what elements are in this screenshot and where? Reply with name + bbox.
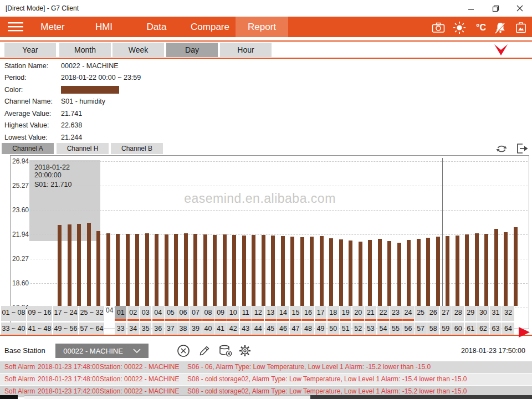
channel-group-button[interactable]: 25 ~ 32: [79, 306, 104, 321]
channel-button-32[interactable]: 32: [502, 306, 514, 321]
base-station-dropdown[interactable]: 00022 - MACHINE: [55, 344, 149, 358]
channel-button-12[interactable]: 12: [252, 306, 264, 321]
channel-button-26[interactable]: 26: [427, 306, 439, 321]
channel-button-09[interactable]: 09: [214, 306, 226, 321]
channel-button-57[interactable]: 57: [415, 323, 426, 335]
channel-button-37[interactable]: 37: [165, 323, 176, 335]
channel-button-31[interactable]: 31: [490, 306, 502, 321]
channel-button-06[interactable]: 06: [177, 306, 189, 321]
maximize-button[interactable]: [483, 0, 508, 17]
channel-button-20[interactable]: 20: [352, 306, 364, 321]
minimize-button[interactable]: [459, 0, 483, 17]
channel-button-43[interactable]: 43: [240, 323, 252, 335]
channel-button-19[interactable]: 19: [340, 306, 351, 321]
channel-button-11[interactable]: 11: [240, 306, 252, 321]
channel-button-15[interactable]: 15: [290, 306, 301, 321]
channel-button-34[interactable]: 34: [127, 323, 139, 335]
cancel-alarm-button[interactable]: [176, 344, 191, 358]
nav-item-hmi[interactable]: HMI: [83, 17, 125, 37]
channel-button-14[interactable]: 14: [277, 306, 289, 321]
alarm-row[interactable]: Soft Alarm2018-01-23 17:48:00Station: 00…: [0, 361, 532, 373]
channel-button-29[interactable]: 29: [465, 306, 477, 321]
channel-button-36[interactable]: 36: [152, 323, 164, 335]
channel-button-45[interactable]: 45: [265, 323, 277, 335]
channel-button-33[interactable]: 33: [115, 323, 126, 335]
channel-button-55[interactable]: 55: [390, 323, 401, 335]
channel-button-42[interactable]: 42: [227, 323, 239, 335]
channel-button-53[interactable]: 53: [365, 323, 376, 335]
channel-button-54[interactable]: 54: [377, 323, 389, 335]
temperature-unit-button[interactable]: °C: [473, 21, 489, 34]
tab-week[interactable]: Week: [112, 43, 164, 57]
tab-day[interactable]: Day: [166, 43, 218, 57]
channel-button-02[interactable]: 02: [127, 306, 139, 321]
channel-button-41[interactable]: 41: [214, 323, 226, 335]
tab-channel-b[interactable]: Channel B: [111, 143, 163, 154]
tab-hour[interactable]: Hour: [220, 43, 272, 57]
scroll-right-button[interactable]: [518, 326, 531, 341]
collapse-panel-button[interactable]: [493, 44, 509, 58]
edit-button[interactable]: [197, 344, 212, 358]
channel-button-16[interactable]: 16: [302, 306, 314, 321]
export-button[interactable]: [515, 142, 529, 155]
channel-button-59[interactable]: 59: [440, 323, 452, 335]
channel-button-01[interactable]: 01: [115, 306, 126, 321]
nav-item-data[interactable]: Data: [136, 17, 177, 37]
tab-channel-a[interactable]: Channel A: [2, 143, 54, 154]
alarm-row[interactable]: Soft Alarm2018-01-23 17:48:00Station: 00…: [0, 374, 532, 385]
channel-group-button[interactable]: 49 ~ 56: [53, 323, 78, 335]
channel-button-64[interactable]: 64: [502, 323, 514, 335]
channel-group-button[interactable]: 41 ~ 48: [27, 323, 52, 335]
alarm-mute-button[interactable]: [494, 21, 507, 34]
tab-channel-h[interactable]: Channel H: [57, 143, 109, 154]
channel-group-button[interactable]: 01 ~ 08: [1, 306, 26, 321]
channel-button-49[interactable]: 49: [315, 323, 326, 335]
channel-button-47[interactable]: 47: [290, 323, 301, 335]
channel-button-24[interactable]: 24: [402, 306, 414, 321]
channel-button-39[interactable]: 39: [190, 323, 201, 335]
channel-group-button[interactable]: 09 ~ 16: [27, 306, 52, 321]
channel-button-05[interactable]: 05: [165, 306, 176, 321]
channel-button-44[interactable]: 44: [252, 323, 264, 335]
channel-button-07[interactable]: 07: [190, 306, 201, 321]
channel-button-03[interactable]: 03: [140, 306, 151, 321]
channel-button-23[interactable]: 23: [390, 306, 401, 321]
close-button[interactable]: [508, 0, 532, 17]
tab-month[interactable]: Month: [59, 43, 111, 57]
tab-year[interactable]: Year: [4, 43, 56, 57]
channel-button-35[interactable]: 35: [140, 323, 151, 335]
channel-button-22[interactable]: 22: [377, 306, 389, 321]
channel-button-27[interactable]: 27: [440, 306, 452, 321]
nav-item-meter[interactable]: Meter: [30, 17, 75, 37]
channel-button-04[interactable]: 04: [152, 306, 164, 321]
delete-data-button[interactable]: [218, 344, 233, 358]
image-bin-button[interactable]: [514, 21, 528, 34]
refresh-button[interactable]: [495, 142, 508, 155]
channel-button-50[interactable]: 50: [328, 323, 339, 335]
channel-button-46[interactable]: 46: [277, 323, 289, 335]
channel-button-51[interactable]: 51: [340, 323, 351, 335]
channel-button-48[interactable]: 48: [302, 323, 314, 335]
channel-button-08[interactable]: 08: [202, 306, 214, 321]
channel-button-56[interactable]: 56: [402, 323, 414, 335]
channel-button-17[interactable]: 17: [315, 306, 326, 321]
channel-button-18[interactable]: 18: [328, 306, 339, 321]
channel-button-61[interactable]: 61: [465, 323, 477, 335]
camera-button[interactable]: [432, 21, 445, 34]
channel-button-10[interactable]: 10: [227, 306, 239, 321]
channel-button-62[interactable]: 62: [477, 323, 489, 335]
channel-group-button[interactable]: 57 ~ 64: [79, 323, 104, 335]
channel-button-60[interactable]: 60: [452, 323, 464, 335]
nav-item-report[interactable]: Report: [236, 17, 288, 37]
channel-button-30[interactable]: 30: [477, 306, 489, 321]
channel-group-button[interactable]: 33 ~ 40: [1, 323, 26, 335]
channel-button-28[interactable]: 28: [452, 306, 464, 321]
hamburger-menu-button[interactable]: [8, 22, 24, 34]
channel-group-button[interactable]: 17 ~ 24: [53, 306, 78, 321]
channel-button-63[interactable]: 63: [490, 323, 502, 335]
channel-button-25[interactable]: 25: [415, 306, 426, 321]
channel-button-40[interactable]: 40: [202, 323, 214, 335]
brightness-button[interactable]: [453, 21, 466, 34]
channel-button-38[interactable]: 38: [177, 323, 189, 335]
channel-button-13[interactable]: 13: [265, 306, 277, 321]
